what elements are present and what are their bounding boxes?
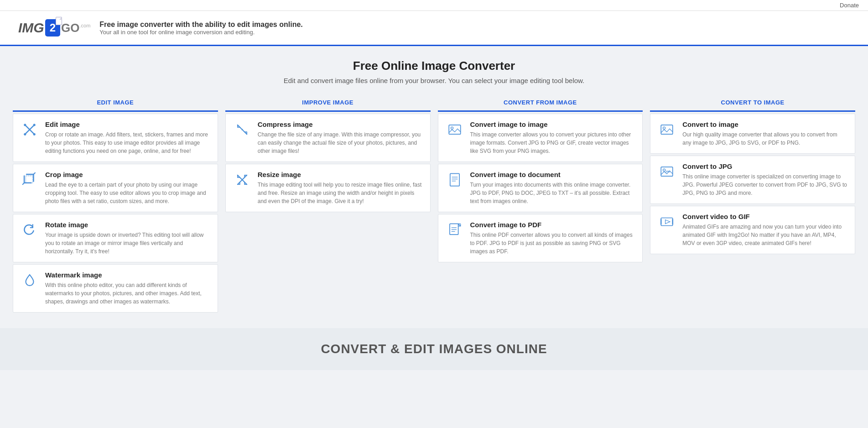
card-watermark-image-desc: With this online photo editor, you can a…	[45, 281, 210, 306]
svg-rect-17	[450, 173, 459, 186]
convert-pdf-icon	[446, 221, 464, 239]
card-convert-to-image-desc: Our high quality image converter that al…	[682, 130, 847, 147]
column-convert-from-image: CONVERT FROM IMAGE Convert image to imag…	[434, 94, 647, 314]
card-convert-img-to-pdf-content: Convert image to PDF This online PDF con…	[470, 221, 635, 256]
convert-to-jpg-icon: JPG	[658, 162, 676, 181]
rotate-icon	[21, 221, 39, 239]
logo-2: 2	[45, 19, 60, 37]
card-watermark-image-title: Watermark image	[45, 271, 210, 279]
card-edit-image-title: Edit image	[45, 120, 210, 128]
card-convert-img-to-doc-content: Convert image to document Turn your imag…	[470, 171, 635, 205]
column-improve-image: IMPROVE IMAGE Compress image Change the …	[222, 94, 434, 314]
card-convert-to-jpg-content: Convert to JPG This online image convert…	[682, 162, 847, 197]
svg-marker-32	[665, 220, 670, 224]
edit-icon	[21, 120, 39, 139]
hero-title: Free Online Image Converter	[9, 59, 859, 73]
svg-line-9	[238, 125, 242, 129]
card-rotate-image-content: Rotate image Your image is upside down o…	[45, 221, 210, 256]
tagline-sub: Your all in one tool for online image co…	[99, 29, 302, 36]
top-bar: Donate	[0, 0, 868, 11]
svg-line-6	[23, 183, 24, 184]
svg-rect-31	[661, 218, 673, 226]
logo[interactable]: IMG 2 GO.com	[18, 19, 90, 37]
convert-video-gif-icon	[658, 213, 676, 231]
card-convert-to-image-title: Convert to image	[682, 120, 847, 128]
card-resize-image-content: Resize image This image editing tool wil…	[258, 171, 423, 205]
convert-image-icon	[446, 120, 464, 139]
card-convert-img-to-img[interactable]: Convert image to image This image conver…	[438, 114, 643, 162]
card-crop-image-content: Crop image Lead the eye to a certain par…	[45, 171, 210, 205]
card-convert-img-to-doc[interactable]: Convert image to document Turn your imag…	[438, 164, 643, 212]
logo-go-text: GO.com	[61, 21, 90, 35]
card-convert-to-image-content: Convert to image Our high quality image …	[682, 120, 847, 147]
header: IMG 2 GO.com Free image converter with t…	[0, 11, 868, 46]
card-resize-image[interactable]: Resize image This image editing tool wil…	[225, 164, 431, 212]
svg-point-3	[33, 124, 36, 126]
column-header-edit: EDIT IMAGE	[13, 94, 218, 112]
column-header-convert-to: CONVERT TO IMAGE	[650, 94, 855, 112]
svg-point-2	[24, 124, 26, 126]
card-edit-image-desc: Crop or rotate an image. Add filters, te…	[45, 130, 210, 155]
hero-subtitle: Edit and convert image files online from…	[9, 77, 859, 84]
card-rotate-image-title: Rotate image	[45, 221, 210, 229]
svg-rect-21	[449, 224, 458, 235]
convert-doc-icon	[446, 171, 464, 189]
footer-banner: CONVERT & EDIT IMAGES ONLINE	[0, 328, 868, 370]
column-header-improve: IMPROVE IMAGE	[225, 94, 431, 112]
crop-icon	[21, 171, 39, 189]
card-convert-img-to-img-desc: This image converter allows you to conve…	[470, 130, 635, 155]
card-resize-image-desc: This image editing tool will help you to…	[258, 181, 423, 205]
card-convert-img-to-pdf[interactable]: Convert image to PDF This online PDF con…	[438, 214, 643, 262]
card-compress-image[interactable]: Compress image Change the file size of a…	[225, 114, 431, 162]
card-compress-image-title: Compress image	[258, 120, 423, 128]
card-convert-video-to-gif-title: Convert video to GIF	[682, 213, 847, 220]
card-edit-image-content: Edit image Crop or rotate an image. Add …	[45, 120, 210, 155]
card-convert-img-to-img-title: Convert image to image	[470, 120, 635, 128]
svg-line-7	[34, 173, 35, 174]
card-convert-img-to-pdf-desc: This online PDF converter allows you to …	[470, 231, 635, 256]
column-edit-image: EDIT IMAGE Edit image Crop or rotate an …	[9, 94, 222, 314]
svg-point-5	[33, 133, 36, 136]
svg-line-10	[243, 130, 247, 135]
card-convert-to-jpg[interactable]: JPG Convert to JPG This online image con…	[650, 156, 855, 204]
card-convert-video-to-gif-desc: Animated GIFs are amazing and now you ca…	[682, 223, 847, 247]
footer-banner-title: CONVERT & EDIT IMAGES ONLINE	[9, 342, 859, 356]
card-convert-to-jpg-desc: This online image converter is specializ…	[682, 172, 847, 197]
card-watermark-image[interactable]: Watermark image With this online photo e…	[13, 264, 218, 313]
card-convert-to-jpg-title: Convert to JPG	[682, 162, 847, 170]
tagline-heading: Free image converter with the ability to…	[99, 21, 302, 29]
card-crop-image-title: Crop image	[45, 171, 210, 178]
card-convert-to-image[interactable]: Convert to image Our high quality image …	[650, 114, 855, 154]
card-convert-img-to-doc-desc: Turn your images into documents with thi…	[470, 181, 635, 205]
card-watermark-image-content: Watermark image With this online photo e…	[45, 271, 210, 306]
card-crop-image[interactable]: Crop image Lead the eye to a certain par…	[13, 164, 218, 212]
card-rotate-image-desc: Your image is upside down or inverted? T…	[45, 231, 210, 256]
columns-wrapper: EDIT IMAGE Edit image Crop or rotate an …	[0, 94, 868, 328]
card-convert-video-to-gif-content: Convert video to GIF Animated GIFs are a…	[682, 213, 847, 247]
svg-point-4	[24, 133, 26, 136]
column-convert-to-image: CONVERT TO IMAGE Convert to image Our hi…	[646, 94, 859, 314]
donate-link[interactable]: Donate	[840, 2, 859, 9]
svg-rect-15	[449, 125, 461, 134]
convert-to-icon	[658, 120, 676, 139]
svg-point-16	[451, 127, 453, 129]
watermark-icon	[21, 271, 39, 289]
resize-icon	[233, 171, 251, 189]
svg-rect-26	[661, 125, 673, 134]
card-compress-image-desc: Change the file size of any image. With …	[258, 130, 423, 155]
card-convert-video-to-gif[interactable]: Convert video to GIF Animated GIFs are a…	[650, 206, 855, 254]
compress-icon	[233, 120, 251, 139]
card-convert-img-to-img-content: Convert image to image This image conver…	[470, 120, 635, 155]
column-header-convert-from: CONVERT FROM IMAGE	[438, 94, 643, 112]
header-tagline: Free image converter with the ability to…	[99, 21, 302, 36]
svg-point-27	[663, 127, 665, 129]
card-crop-image-desc: Lead the eye to a certain part of your p…	[45, 181, 210, 205]
hero-section: Free Online Image Converter Edit and con…	[0, 46, 868, 94]
logo-img-text: IMG	[18, 20, 44, 36]
card-resize-image-title: Resize image	[258, 171, 423, 178]
svg-text:JPG: JPG	[665, 170, 670, 173]
card-edit-image[interactable]: Edit image Crop or rotate an image. Add …	[13, 114, 218, 162]
svg-rect-8	[26, 176, 33, 183]
card-convert-img-to-doc-title: Convert image to document	[470, 171, 635, 178]
card-rotate-image[interactable]: Rotate image Your image is upside down o…	[13, 214, 218, 262]
